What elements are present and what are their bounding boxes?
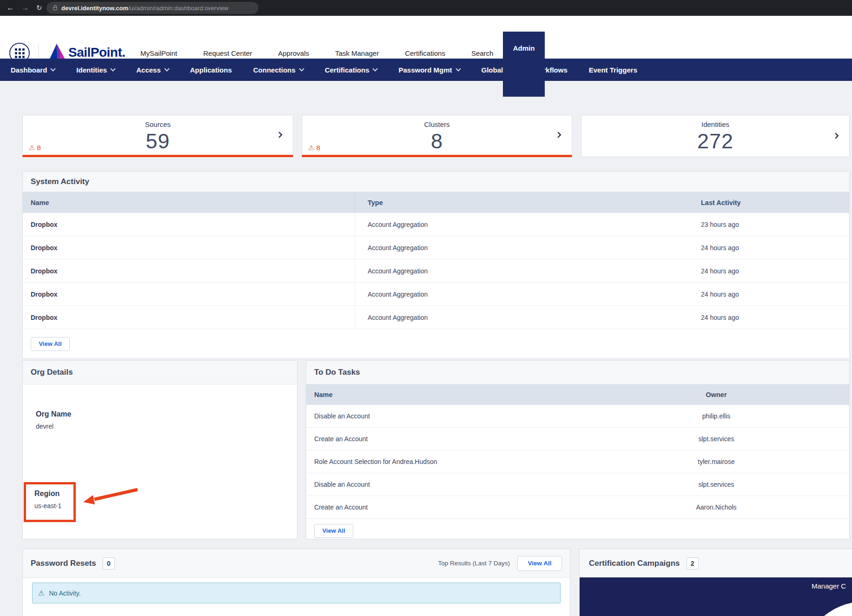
browser-forward-icon[interactable]: → [21,0,29,16]
sources-card[interactable]: Sources 59 ⚠8 [22,115,293,157]
password-resets-view-all-button[interactable]: View All [517,556,562,571]
clusters-count: 8 [302,129,572,153]
org-name-label: Org Name [36,410,71,418]
subnav-password-mgmt[interactable]: Password Mgmt [398,66,460,74]
chevron-down-icon [164,66,169,71]
sources-warning: ⚠8 [29,144,41,152]
nav-search[interactable]: Search [471,49,494,57]
app-header: SailPoint. MySailPoint Request Center Ap… [0,16,852,59]
subnav-event-triggers[interactable]: Event Triggers [589,66,637,74]
org-details-panel: Org Details Org Name devrel Region us-ea… [22,360,297,539]
todo-task-row[interactable]: Create an Account slpt.services [306,428,849,450]
warning-icon: ⚠ [308,144,314,152]
todo-tasks-panel: To Do Tasks Name Owner Disable an Accoun… [306,360,850,539]
chevron-down-icon [51,66,56,71]
column-header-type: Type [355,192,494,213]
chevron-down-icon [456,66,461,71]
nav-mysailpoint[interactable]: MySailPoint [140,49,177,57]
todo-tasks-view-all-button[interactable]: View All [314,524,353,538]
system-activity-header-row: Name Type Last Activity [23,192,849,213]
subnav-applications[interactable]: Applications [190,66,232,74]
address-bar[interactable]: devrel.identitynow.com/ui/admin#admin:da… [46,2,258,14]
subnav-certifications[interactable]: Certifications [325,66,377,74]
todo-tasks-title: To Do Tasks [314,368,360,377]
url-domain: devrel.identitynow.com [61,5,128,12]
nav-task-manager[interactable]: Task Manager [335,49,379,57]
sources-label: Sources [23,120,293,128]
warning-icon: ⚠ [29,144,35,152]
chevron-down-icon [299,66,304,71]
column-header-last-activity: Last Activity [701,192,741,213]
system-activity-row[interactable]: Dropbox Account Aggregation 23 hours ago [23,213,849,236]
todo-task-row[interactable]: Role Account Selection for Andrea.Hudson… [306,450,849,473]
system-activity-row[interactable]: Dropbox Account Aggregation 24 hours ago [23,236,849,259]
org-details-title: Org Details [31,368,73,377]
org-name-value: devrel [36,423,71,430]
region-highlight-box: Region us-east-1 [24,482,76,522]
column-header-name: Name [314,384,333,405]
no-activity-alert: ⚠ No Activity. [32,583,561,603]
system-activity-row[interactable]: Dropbox Account Aggregation 24 hours ago [23,283,849,306]
system-activity-title: System Activity [31,177,89,186]
todo-task-row[interactable]: Create an Account Aaron.Nichols [306,496,849,519]
chevron-down-icon [111,66,116,71]
column-header-name: Name [31,192,49,213]
identities-card[interactable]: Identities 272 [581,115,850,157]
admin-subnav: Dashboard Identities Access Applications… [0,59,852,81]
region-value: us-east-1 [34,502,73,510]
browser-reload-icon[interactable]: ↻ [36,0,42,16]
identities-label: Identities [581,120,849,128]
todo-task-row[interactable]: Disable an Account philip.ellis [306,405,849,428]
todo-tasks-header-row: Name Owner [306,384,849,405]
browser-back-icon[interactable]: ← [7,0,14,16]
column-header-owner: Owner [670,384,763,405]
campaign-donut-chart [801,602,852,616]
system-activity-row[interactable]: Dropbox Account Aggregation 24 hours ago [23,306,849,329]
campaign-chart-panel[interactable]: Manager C [580,577,852,616]
region-label: Region [34,490,73,498]
subnav-dashboard[interactable]: Dashboard [11,66,55,74]
identitynow-admin-dashboard: ← → ↻ devrel.identitynow.com/ui/admin#ad… [0,0,852,616]
browser-chrome: ← → ↻ devrel.identitynow.com/ui/admin#ad… [0,0,852,16]
sailpoint-wordmark: SailPoint. [68,45,125,60]
system-activity-row[interactable]: Dropbox Account Aggregation 24 hours ago [23,259,849,283]
url-path: /ui/admin#admin:dashboard:overview [128,5,228,12]
no-activity-message: No Activity. [49,590,80,597]
password-resets-count-badge: 0 [103,557,115,570]
certification-campaigns-panel: Certification Campaigns 2 Manager C [579,549,852,616]
lock-icon [53,7,57,10]
system-activity-panel: System Activity Name Type Last Activity … [22,171,850,359]
subnav-access[interactable]: Access [136,66,169,74]
system-activity-view-all-button[interactable]: View All [31,337,70,351]
red-arrow-annotation [79,484,145,510]
password-resets-panel: Password Resets 0 Top Results (Last 7 Da… [22,549,570,616]
clusters-label: Clusters [302,120,572,128]
subnav-connections[interactable]: Connections [253,66,304,74]
top-results-label: Top Results (Last 7 Days) [438,560,510,567]
certification-campaigns-title: Certification Campaigns [589,559,680,568]
alert-icon: ⚠ [38,589,44,597]
clusters-card[interactable]: Clusters 8 ⚠8 [302,115,572,157]
identities-count: 272 [581,129,849,153]
certification-campaigns-count-badge: 2 [687,557,699,570]
password-resets-title: Password Resets [31,559,96,568]
nav-certifications[interactable]: Certifications [405,49,445,57]
todo-task-row[interactable]: Disable an Account slpt.services [306,473,849,496]
nav-approvals[interactable]: Approvals [278,49,309,57]
subnav-identities[interactable]: Identities [76,66,115,74]
chevron-down-icon [373,66,378,71]
sources-count: 59 [23,129,293,153]
campaign-name-label: Manager C [812,582,846,590]
nav-admin-active-tab[interactable]: Admin [503,32,545,97]
nav-request-center[interactable]: Request Center [203,49,252,57]
clusters-warning: ⚠8 [308,144,320,152]
